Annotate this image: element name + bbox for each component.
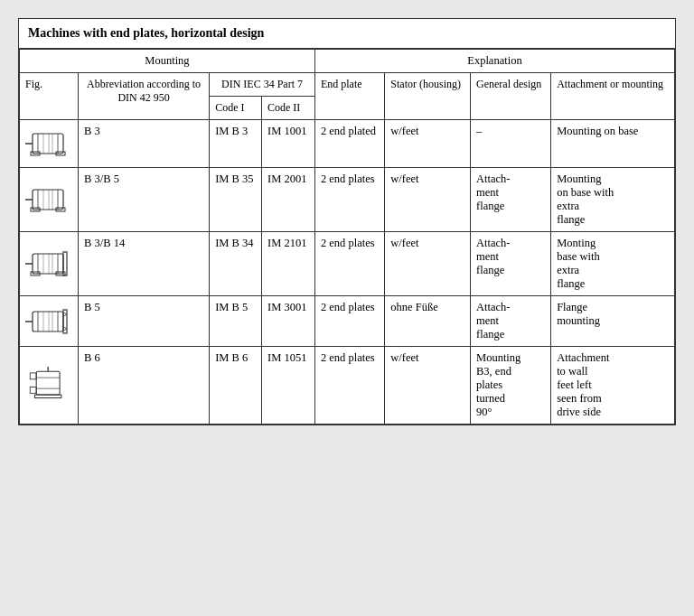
main-container: Machines with end plates, horizontal des… bbox=[18, 18, 676, 425]
end-plate-cell: 2 end plates bbox=[314, 168, 384, 232]
figure-cell bbox=[20, 232, 79, 296]
svg-rect-20 bbox=[33, 254, 63, 274]
stator-cell: w/feet bbox=[385, 232, 471, 296]
fig-header: Fig. bbox=[20, 73, 79, 120]
din42950-cell: B 5 bbox=[79, 296, 210, 347]
code-ii-cell: IM 1051 bbox=[262, 347, 315, 425]
table-row: B 3IM B 3IM 10012 end platedw/feet–Mount… bbox=[20, 120, 675, 168]
general-design-cell: Mounting B3, end plates turned 90° bbox=[471, 347, 551, 425]
attachment-header: Attachment or mounting bbox=[551, 73, 675, 120]
general-design-cell: Attach- ment flange bbox=[471, 296, 551, 347]
stator-cell: ohne Füße bbox=[385, 296, 471, 347]
general-design-header: General design bbox=[471, 73, 551, 120]
attachment-cell: Monting base with extra flange bbox=[551, 232, 675, 296]
din42950-cell: B 3/B 5 bbox=[79, 168, 210, 232]
code-ii-cell: IM 1001 bbox=[262, 120, 315, 168]
general-design-cell: Attach- ment flange bbox=[471, 168, 551, 232]
general-design-cell: – bbox=[471, 120, 551, 168]
din42950-cell: B 6 bbox=[79, 347, 210, 425]
mounting-header: Mounting bbox=[20, 50, 315, 73]
abbrev-header: Abbreviation according to DIN 42 950 bbox=[79, 73, 210, 120]
svg-rect-11 bbox=[33, 190, 63, 210]
end-plate-cell: 2 end plates bbox=[314, 347, 384, 425]
end-plate-cell: 2 end plates bbox=[314, 232, 384, 296]
svg-rect-38 bbox=[36, 371, 60, 395]
code-ii-header: Code II bbox=[262, 97, 315, 120]
code-i-header: Code I bbox=[210, 97, 262, 120]
figure-cell bbox=[20, 347, 79, 425]
svg-rect-28 bbox=[33, 312, 63, 331]
code-ii-cell: IM 2001 bbox=[262, 168, 315, 232]
din-iec-header: DIN IEC 34 Part 7 bbox=[210, 73, 315, 97]
din42950-cell: B 3/B 14 bbox=[79, 232, 210, 296]
end-plate-header: End plate bbox=[314, 73, 384, 120]
code-i-cell: IM B 5 bbox=[210, 296, 262, 347]
end-plate-cell: 2 end plated bbox=[314, 120, 384, 168]
table-row: B 5IM B 5IM 30012 end platesohne FüßeAtt… bbox=[20, 296, 675, 347]
code-i-cell: IM B 34 bbox=[210, 232, 262, 296]
stator-cell: w/feet bbox=[385, 168, 471, 232]
svg-rect-40 bbox=[30, 372, 36, 378]
table-row: B 3/B 14IM B 34IM 21012 end platesw/feet… bbox=[20, 232, 675, 296]
attachment-cell: Mounting on base with extra flange bbox=[551, 168, 675, 232]
din42950-cell: B 3 bbox=[79, 120, 210, 168]
code-i-cell: IM B 35 bbox=[210, 168, 262, 232]
end-plate-cell: 2 end plates bbox=[314, 296, 384, 347]
svg-rect-41 bbox=[30, 387, 36, 393]
code-ii-cell: IM 2101 bbox=[262, 232, 315, 296]
attachment-cell: Attachment to wall feet left seen from d… bbox=[551, 347, 675, 425]
svg-rect-42 bbox=[34, 395, 61, 397]
stator-header: Stator (housing) bbox=[385, 73, 471, 120]
code-i-cell: IM B 6 bbox=[210, 347, 262, 425]
figure-cell bbox=[20, 168, 79, 232]
code-i-cell: IM B 3 bbox=[210, 120, 262, 168]
stator-cell: w/feet bbox=[385, 120, 471, 168]
code-ii-cell: IM 3001 bbox=[262, 296, 315, 347]
figure-cell bbox=[20, 296, 79, 347]
figure-cell bbox=[20, 120, 79, 168]
attachment-cell: Flange mounting bbox=[551, 296, 675, 347]
stator-cell: w/feet bbox=[385, 347, 471, 425]
table-title: Machines with end plates, horizontal des… bbox=[19, 19, 675, 49]
table-row: B 3/B 5IM B 35IM 20012 end platesw/feetA… bbox=[20, 168, 675, 232]
attachment-cell: Mounting on base bbox=[551, 120, 675, 168]
table-row: B 6IM B 6IM 10512 end platesw/feetMounti… bbox=[20, 347, 675, 425]
general-design-cell: Attach- ment flange bbox=[471, 232, 551, 296]
explanation-header: Explanation bbox=[314, 50, 674, 73]
svg-rect-2 bbox=[33, 134, 63, 154]
